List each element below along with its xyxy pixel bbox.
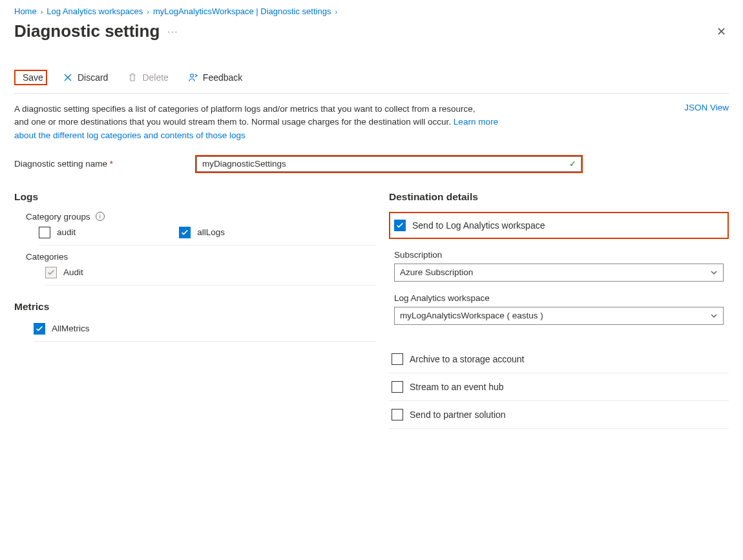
destination-heading: Destination details [389, 191, 729, 203]
archive-row: Archive to a storage account [389, 346, 729, 373]
alllogs-checkbox[interactable] [179, 227, 191, 238]
subscription-dropdown[interactable]: Azure Subscription [394, 264, 724, 282]
description-text: A diagnostic setting specifies a list of… [14, 103, 512, 142]
trash-icon [127, 72, 138, 83]
send-la-checkbox[interactable] [394, 220, 406, 231]
category-groups-label: Category groups i [26, 212, 376, 222]
archive-checkbox[interactable] [392, 353, 403, 365]
required-asterisk: * [110, 159, 113, 169]
breadcrumb: Home › Log Analytics workspaces › myLogA… [14, 6, 729, 16]
x-icon [63, 72, 73, 83]
page-title: Diagnostic setting [14, 21, 160, 41]
audit-category-label: Audit [63, 267, 83, 277]
chevron-right-icon: › [147, 8, 149, 16]
audit-label: audit [57, 227, 76, 237]
breadcrumb-diagnostic[interactable]: myLogAnalyticsWorkspace | Diagnostic set… [153, 6, 331, 16]
more-icon[interactable]: ··· [167, 26, 178, 36]
chevron-down-icon [710, 269, 718, 276]
stream-row: Stream to an event hub [389, 373, 729, 401]
save-button[interactable]: Save [14, 70, 47, 85]
divider [34, 341, 376, 342]
save-label: Save [23, 72, 43, 83]
workspace-dropdown[interactable]: myLogAnalyticsWorkspace ( eastus ) [394, 307, 724, 325]
alllogs-label: allLogs [197, 227, 225, 237]
close-icon[interactable]: ✕ [714, 22, 729, 41]
audit-checkbox-row: audit [39, 227, 76, 238]
partner-checkbox[interactable] [392, 409, 403, 420]
divider [39, 245, 376, 245]
discard-button[interactable]: Discard [59, 70, 112, 85]
partner-row: Send to partner solution [389, 401, 729, 429]
metrics-heading: Metrics [14, 301, 376, 313]
subscription-label: Subscription [394, 250, 724, 260]
archive-label: Archive to a storage account [410, 354, 524, 364]
svg-point-2 [190, 74, 193, 78]
feedback-button[interactable]: Feedback [184, 70, 246, 85]
workspace-value: myLogAnalyticsWorkspace ( eastus ) [400, 311, 543, 320]
audit-category-row: Audit [45, 267, 376, 278]
allmetrics-label: AllMetrics [52, 324, 90, 333]
setting-name-input[interactable] [196, 156, 296, 172]
logs-heading: Logs [14, 191, 376, 203]
stream-label: Stream to an event hub [410, 382, 504, 392]
delete-button: Delete [123, 70, 172, 85]
allmetrics-row: AllMetrics [34, 323, 376, 335]
partner-label: Send to partner solution [410, 410, 506, 420]
discard-label: Discard [78, 72, 108, 83]
alllogs-checkbox-row: allLogs [179, 227, 225, 238]
json-view-link[interactable]: JSON View [684, 103, 729, 112]
delete-label: Delete [142, 72, 168, 83]
audit-category-checkbox [45, 267, 57, 278]
breadcrumb-home[interactable]: Home [14, 6, 37, 16]
subscription-value: Azure Subscription [400, 267, 473, 277]
setting-name-input-ext[interactable] [296, 156, 581, 172]
divider [45, 285, 376, 285]
workspace-label: Log Analytics workspace [394, 293, 724, 303]
categories-label: Categories [26, 252, 376, 262]
chevron-right-icon: › [41, 8, 43, 16]
audit-checkbox[interactable] [39, 227, 50, 238]
stream-checkbox[interactable] [392, 381, 403, 393]
breadcrumb-workspaces[interactable]: Log Analytics workspaces [47, 6, 143, 16]
send-la-label: Send to Log Analytics workspace [412, 220, 545, 231]
send-la-row: Send to Log Analytics workspace [389, 212, 729, 239]
setting-name-label: Diagnostic setting name * [14, 159, 195, 169]
chevron-right-icon: › [335, 8, 337, 16]
allmetrics-checkbox[interactable] [34, 323, 45, 335]
chevron-down-icon [710, 312, 718, 320]
toolbar: Save Discard Delete Feedback [14, 66, 729, 94]
check-icon: ✓ [569, 159, 576, 169]
person-icon [188, 72, 198, 83]
feedback-label: Feedback [203, 72, 242, 83]
info-icon[interactable]: i [96, 212, 105, 221]
